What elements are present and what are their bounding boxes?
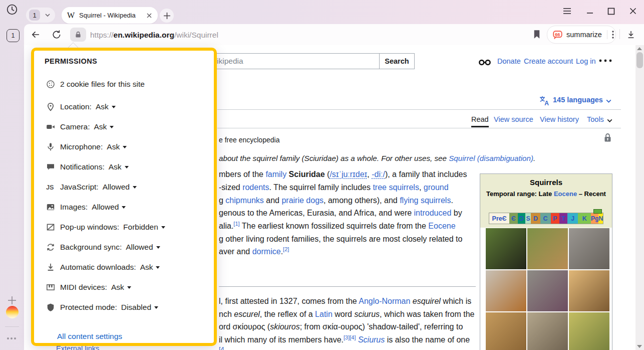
permission-row-notifications[interactable]: Notifications:Ask: [34, 161, 214, 173]
wiki-link[interactable]: -diː/: [372, 170, 385, 179]
new-tab-button[interactable]: [160, 9, 174, 23]
permission-value-dropdown[interactable]: Allowed: [92, 203, 126, 212]
header-link-log-in[interactable]: Log in: [576, 57, 596, 65]
wiki-link[interactable]: family: [265, 170, 286, 179]
eocene-link[interactable]: Eocene: [554, 190, 577, 198]
image-icon: [46, 203, 55, 212]
permission-row-camera[interactable]: Camera:Ask: [34, 121, 214, 133]
header-link-donate[interactable]: Donate: [497, 57, 521, 65]
permission-value-dropdown[interactable]: Forbidden: [123, 223, 165, 232]
permission-value-dropdown[interactable]: Ask: [107, 142, 127, 151]
squirrel-photo-3[interactable]: [569, 228, 609, 269]
permission-row-midi-devices[interactable]: MIDI devices:Ask: [34, 281, 214, 293]
history-clock-icon[interactable]: [6, 4, 18, 16]
wiki-link[interactable]: dormice: [252, 247, 281, 256]
page-protection-lock-icon[interactable]: [603, 133, 612, 143]
location-icon: [46, 102, 55, 111]
summarize-button[interactable]: 66 summarize: [547, 26, 616, 44]
wiki-link[interactable]: Eocene: [428, 222, 455, 230]
reference-link[interactable]: [2]: [283, 246, 289, 252]
wiki-link[interactable]: tree squirrels: [373, 183, 419, 192]
all-content-settings-link[interactable]: All content settings: [57, 332, 122, 341]
squirrel-photo-9[interactable]: [569, 312, 609, 350]
scroll-up-arrow[interactable]: [637, 45, 642, 50]
back-icon[interactable]: [29, 28, 42, 41]
permission-value-dropdown[interactable]: Ask: [109, 162, 129, 171]
more-options-icon[interactable]: [612, 31, 614, 39]
permission-value-dropdown[interactable]: Allowed: [103, 183, 137, 192]
sidebar-add-icon[interactable]: [7, 295, 17, 305]
tab-close-icon[interactable]: [146, 13, 152, 19]
yandex-mail-icon[interactable]: [6, 306, 19, 318]
chevron-down-icon[interactable]: [44, 12, 51, 19]
wiki-tab-view-source[interactable]: View source: [494, 115, 533, 123]
page-scrollbar[interactable]: [635, 45, 644, 350]
site-lock-icon[interactable]: [70, 28, 86, 42]
permission-value-dropdown[interactable]: Allowed: [126, 243, 160, 252]
wiki-tab-view-history[interactable]: View history: [540, 115, 579, 123]
article-line: -sized rodents. The squirrel family incl…: [219, 181, 449, 194]
sidebar-more-icon[interactable]: [7, 332, 18, 341]
appearance-glasses-icon[interactable]: [479, 58, 491, 66]
wiki-link[interactable]: flying squirrels: [400, 196, 451, 205]
permission-row-pop-up-windows[interactable]: Pop-up windows:Forbidden: [34, 221, 214, 233]
url-text[interactable]: https://en.wikipedia.org/wiki/Squirrel: [90, 31, 218, 40]
all-content-settings-row[interactable]: All content settings: [34, 330, 214, 342]
languages-dropdown[interactable]: 145 languages: [553, 96, 603, 104]
scrollbar-thumb[interactable]: [636, 52, 643, 68]
permission-row-background-sync[interactable]: Background sync:Allowed: [34, 241, 214, 253]
reference-link[interactable]: [3][4]: [344, 334, 356, 340]
cookie-files-link[interactable]: 2 cookie files for this site: [60, 80, 145, 89]
permission-row-protected-mode[interactable]: Protected mode:Disabled: [34, 301, 214, 313]
tab-group-button[interactable]: 1: [26, 8, 55, 23]
wiki-tab-tools[interactable]: Tools: [587, 115, 604, 123]
article-line: nch escurel, the reflex of a Latin word …: [219, 308, 475, 321]
tools-chevron-icon[interactable]: [606, 117, 613, 124]
menu-icon[interactable]: [561, 5, 573, 17]
wiki-link[interactable]: prairie dogs: [281, 196, 324, 205]
permission-value-dropdown[interactable]: Disabled: [121, 303, 158, 312]
wiki-link[interactable]: introduced: [414, 209, 452, 217]
squirrel-photo-2[interactable]: [527, 228, 568, 269]
squirrel-photo-1[interactable]: [486, 228, 526, 269]
wiki-link[interactable]: chipmunks: [225, 196, 263, 205]
squirrel-photo-8[interactable]: [527, 312, 568, 350]
permission-value-dropdown[interactable]: Ask: [140, 263, 160, 272]
scroll-down-arrow[interactable]: [637, 345, 642, 350]
wiki-link[interactable]: Sciurus: [358, 335, 385, 344]
sidebar-tab-counter[interactable]: 1: [7, 29, 20, 42]
permission-row-microphone[interactable]: Microphone:Ask: [34, 141, 214, 153]
permission-row-images[interactable]: Images:Allowed: [34, 201, 214, 213]
permission-row-automatic-downloads[interactable]: Automatic downloads:Ask: [34, 261, 214, 273]
wiki-more-icon[interactable]: [599, 59, 612, 62]
permission-row-javascript[interactable]: JSJavaScript:Allowed: [34, 181, 214, 193]
squirrels-infobox: Squirrels Temporal range: Late Eocene – …: [480, 173, 612, 350]
squirrel-photo-6[interactable]: [569, 270, 609, 311]
header-link-create-account[interactable]: Create account: [524, 57, 573, 65]
wiki-link[interactable]: /sɪˈjuːrɪdeɪ: [330, 170, 367, 179]
minimize-button[interactable]: [584, 5, 596, 17]
wiki-link[interactable]: rodents: [242, 183, 269, 192]
permission-row-location[interactable]: Location:Ask: [34, 101, 214, 113]
downloads-icon[interactable]: [625, 29, 637, 41]
squirrel-photo-7[interactable]: [486, 312, 526, 350]
close-window-button[interactable]: [627, 5, 639, 17]
permission-value-dropdown[interactable]: Ask: [94, 122, 114, 131]
reference-fragment[interactable]: [4: [219, 345, 224, 350]
permission-value-dropdown[interactable]: Ask: [111, 283, 131, 292]
reload-icon[interactable]: [50, 28, 63, 41]
browser-tab[interactable]: W Squirrel - Wikipedia: [62, 7, 158, 24]
bookmark-icon[interactable]: [532, 29, 542, 40]
dropdown-caret-icon: [161, 226, 165, 231]
reference-link[interactable]: [1]: [233, 221, 239, 227]
wiki-link[interactable]: ground: [424, 183, 449, 192]
squirrel-photo-5[interactable]: [527, 270, 568, 311]
wiki-link[interactable]: Squirrel (disambiguation): [449, 154, 533, 162]
chevron-down-icon[interactable]: [605, 97, 612, 105]
permission-value-dropdown[interactable]: Ask: [96, 102, 116, 111]
cookie-files-row[interactable]: 2 cookie files for this site: [34, 78, 214, 90]
wiki-link[interactable]: Latin: [315, 310, 333, 318]
wiki-link[interactable]: Anglo-Norman: [359, 297, 410, 305]
squirrel-photo-4[interactable]: [486, 270, 526, 311]
maximize-button[interactable]: [605, 5, 617, 17]
